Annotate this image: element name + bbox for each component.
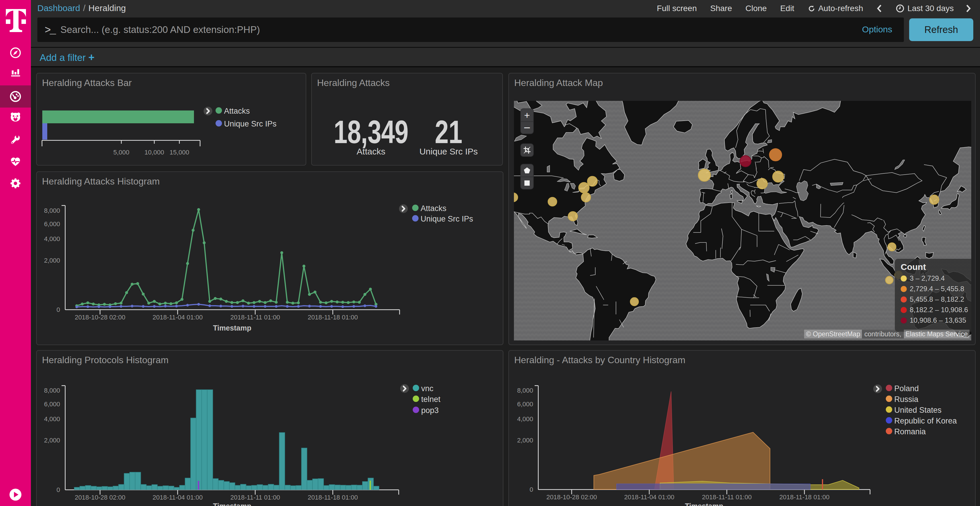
svg-text:Unique Src IPs: Unique Src IPs (421, 214, 473, 223)
svg-text:2018-10-28 02:00: 2018-10-28 02:00 (75, 314, 126, 321)
svg-text:telnet: telnet (421, 395, 441, 404)
svg-text:2018-11-11 01:00: 2018-11-11 01:00 (231, 494, 280, 501)
svg-text:Romania: Romania (894, 427, 926, 436)
svg-text:Attacks: Attacks (224, 107, 250, 116)
svg-text:2018-11-04 01:00: 2018-11-04 01:00 (153, 494, 203, 501)
svg-text:8,000: 8,000 (44, 207, 60, 214)
svg-text:4,000: 4,000 (44, 416, 60, 423)
svg-text:0: 0 (530, 486, 533, 493)
svg-text:2018-10-28 02:00: 2018-10-28 02:00 (75, 494, 126, 501)
svg-text:2018-11-11 01:00: 2018-11-11 01:00 (702, 493, 752, 501)
svg-text:United States: United States (894, 406, 942, 414)
svg-text:Timestamp: Timestamp (685, 502, 723, 506)
svg-text:2018-11-18 01:00: 2018-11-18 01:00 (308, 314, 358, 321)
svg-text:2018-10-28 02:00: 2018-10-28 02:00 (546, 493, 597, 501)
svg-text:Poland: Poland (894, 384, 919, 393)
svg-text:4,000: 4,000 (44, 235, 60, 243)
svg-text:Russia: Russia (894, 395, 919, 404)
svg-text:10,000: 10,000 (145, 149, 164, 156)
svg-text:2018-11-18 01:00: 2018-11-18 01:00 (308, 494, 358, 501)
svg-text:2,000: 2,000 (44, 437, 60, 444)
svg-text:2,000: 2,000 (517, 437, 533, 444)
svg-text:2,000: 2,000 (44, 257, 60, 264)
svg-text:15,000: 15,000 (169, 149, 189, 156)
svg-text:0: 0 (57, 306, 60, 313)
svg-text:Unique Src IPs: Unique Src IPs (224, 119, 277, 128)
svg-text:Timestamp: Timestamp (213, 502, 251, 506)
svg-text:2018-11-04 01:00: 2018-11-04 01:00 (624, 493, 675, 501)
svg-text:2018-11-11 01:00: 2018-11-11 01:00 (231, 314, 280, 321)
svg-text:2018-11-18 01:00: 2018-11-18 01:00 (780, 493, 829, 501)
svg-text:pop3: pop3 (421, 406, 439, 415)
svg-text:Timestamp: Timestamp (213, 324, 251, 332)
svg-text:6,000: 6,000 (517, 400, 533, 408)
svg-text:5,000: 5,000 (113, 149, 129, 156)
svg-text:0: 0 (57, 486, 60, 493)
svg-text:6,000: 6,000 (44, 400, 60, 408)
svg-text:6,000: 6,000 (44, 220, 60, 228)
svg-text:2018-11-04 01:00: 2018-11-04 01:00 (153, 314, 203, 321)
svg-text:4,000: 4,000 (517, 416, 533, 423)
svg-text:Attacks: Attacks (421, 204, 447, 213)
svg-text:vnc: vnc (421, 384, 433, 393)
svg-text:8,000: 8,000 (44, 387, 60, 394)
svg-text:8,000: 8,000 (517, 387, 533, 394)
svg-text:Republic of Korea: Republic of Korea (894, 417, 957, 425)
